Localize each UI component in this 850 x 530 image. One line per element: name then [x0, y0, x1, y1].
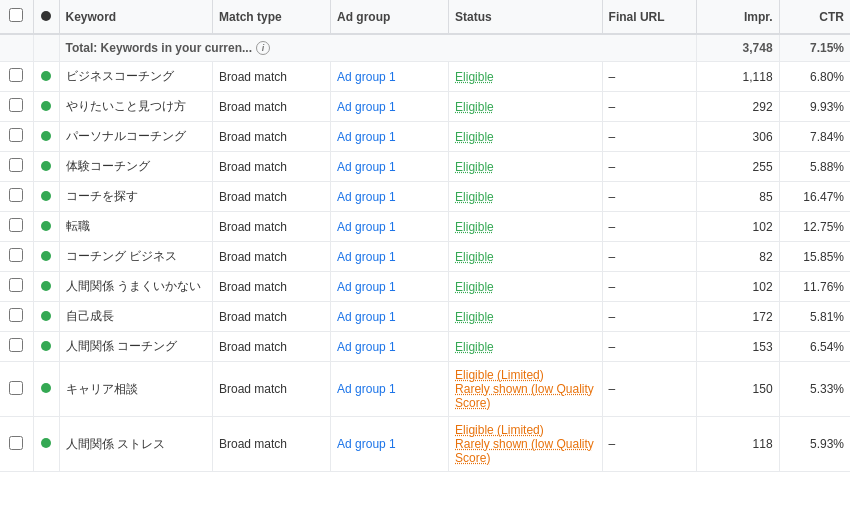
status-dot-icon — [41, 383, 51, 393]
status-column-header[interactable]: Status — [449, 0, 602, 34]
row-checkbox[interactable] — [9, 248, 23, 262]
ad-group-cell[interactable]: Ad group 1 — [331, 152, 449, 182]
impr-cell: 292 — [696, 92, 779, 122]
ad-group-cell[interactable]: Ad group 1 — [331, 92, 449, 122]
ctr-cell: 7.84% — [779, 122, 850, 152]
impr-cell: 102 — [696, 272, 779, 302]
row-checkbox-cell — [0, 122, 33, 152]
select-all-header[interactable] — [0, 0, 33, 34]
final-url-cell: – — [602, 272, 696, 302]
ad-group-cell[interactable]: Ad group 1 — [331, 362, 449, 417]
impr-cell: 118 — [696, 417, 779, 472]
ad-group-link[interactable]: Ad group 1 — [337, 100, 396, 114]
ctr-cell: 12.75% — [779, 212, 850, 242]
ad-group-link[interactable]: Ad group 1 — [337, 310, 396, 324]
ctr-cell: 15.85% — [779, 242, 850, 272]
status-dot-icon — [41, 131, 51, 141]
row-status-dot-cell — [33, 362, 59, 417]
ad-group-link[interactable]: Ad group 1 — [337, 340, 396, 354]
row-status-dot-cell — [33, 92, 59, 122]
keyword-cell: ビジネスコーチング — [59, 62, 212, 92]
ad-group-link[interactable]: Ad group 1 — [337, 280, 396, 294]
status-dot-icon — [41, 281, 51, 291]
table-row: 転職Broad matchAd group 1Eligible–10212.75… — [0, 212, 850, 242]
table-row: 人間関係 ストレスBroad matchAd group 1Eligible (… — [0, 417, 850, 472]
row-checkbox[interactable] — [9, 68, 23, 82]
row-checkbox[interactable] — [9, 308, 23, 322]
status-eligible-label: Eligible — [455, 280, 494, 294]
select-all-checkbox[interactable] — [9, 8, 23, 22]
ad-group-cell[interactable]: Ad group 1 — [331, 242, 449, 272]
table-row: パーソナルコーチングBroad matchAd group 1Eligible–… — [0, 122, 850, 152]
ad-group-link[interactable]: Ad group 1 — [337, 70, 396, 84]
ad-group-column-header[interactable]: Ad group — [331, 0, 449, 34]
status-eligible-label: Eligible — [455, 130, 494, 144]
final-url-cell: – — [602, 152, 696, 182]
table-row: コーチを探すBroad matchAd group 1Eligible–8516… — [0, 182, 850, 212]
ad-group-cell[interactable]: Ad group 1 — [331, 212, 449, 242]
row-checkbox[interactable] — [9, 278, 23, 292]
row-status-dot-cell — [33, 302, 59, 332]
status-cell: Eligible (Limited)Rarely shown (low Qual… — [449, 362, 602, 417]
ad-group-link[interactable]: Ad group 1 — [337, 382, 396, 396]
help-icon[interactable]: i — [256, 41, 270, 55]
ad-group-link[interactable]: Ad group 1 — [337, 437, 396, 451]
status-eligible-label: Eligible — [455, 100, 494, 114]
match-type-cell: Broad match — [212, 212, 330, 242]
status-eligible-label: Eligible — [455, 190, 494, 204]
row-checkbox-cell — [0, 182, 33, 212]
total-row: Total: Keywords in your curren... i 3,74… — [0, 34, 850, 62]
ad-group-cell[interactable]: Ad group 1 — [331, 182, 449, 212]
status-eligible-label: Eligible — [455, 310, 494, 324]
status-cell: Eligible — [449, 212, 602, 242]
ad-group-cell[interactable]: Ad group 1 — [331, 417, 449, 472]
row-checkbox[interactable] — [9, 338, 23, 352]
ad-group-link[interactable]: Ad group 1 — [337, 250, 396, 264]
row-checkbox[interactable] — [9, 218, 23, 232]
ad-group-cell[interactable]: Ad group 1 — [331, 122, 449, 152]
status-dot-icon — [41, 341, 51, 351]
row-checkbox[interactable] — [9, 98, 23, 112]
impr-cell: 85 — [696, 182, 779, 212]
row-checkbox[interactable] — [9, 128, 23, 142]
row-checkbox[interactable] — [9, 188, 23, 202]
status-cell: Eligible — [449, 242, 602, 272]
table-row: 人間関係 コーチングBroad matchAd group 1Eligible–… — [0, 332, 850, 362]
row-checkbox[interactable] — [9, 158, 23, 172]
ad-group-cell[interactable]: Ad group 1 — [331, 272, 449, 302]
ad-group-link[interactable]: Ad group 1 — [337, 190, 396, 204]
keyword-cell: 人間関係 ストレス — [59, 417, 212, 472]
status-cell: Eligible — [449, 62, 602, 92]
table-row: コーチング ビジネスBroad matchAd group 1Eligible–… — [0, 242, 850, 272]
final-url-cell: – — [602, 302, 696, 332]
match-type-column-header[interactable]: Match type — [212, 0, 330, 34]
impr-cell: 255 — [696, 152, 779, 182]
status-dot-icon — [41, 101, 51, 111]
impr-cell: 82 — [696, 242, 779, 272]
ctr-column-header[interactable]: CTR — [779, 0, 850, 34]
ad-group-cell[interactable]: Ad group 1 — [331, 332, 449, 362]
final-url-column-header[interactable]: Final URL — [602, 0, 696, 34]
match-type-cell: Broad match — [212, 182, 330, 212]
row-checkbox[interactable] — [9, 381, 23, 395]
ctr-cell: 9.93% — [779, 92, 850, 122]
table-row: 体験コーチングBroad matchAd group 1Eligible–255… — [0, 152, 850, 182]
row-status-dot-cell — [33, 332, 59, 362]
ad-group-link[interactable]: Ad group 1 — [337, 130, 396, 144]
ctr-cell: 6.80% — [779, 62, 850, 92]
ctr-cell: 5.88% — [779, 152, 850, 182]
keyword-column-header[interactable]: Keyword — [59, 0, 212, 34]
row-checkbox[interactable] — [9, 436, 23, 450]
status-dot-header — [33, 0, 59, 34]
ad-group-link[interactable]: Ad group 1 — [337, 220, 396, 234]
final-url-cell: – — [602, 417, 696, 472]
ad-group-cell[interactable]: Ad group 1 — [331, 302, 449, 332]
impr-cell: 172 — [696, 302, 779, 332]
status-rarely-label: Rarely shown (low Quality Score) — [455, 437, 595, 465]
final-url-cell: – — [602, 332, 696, 362]
ad-group-cell[interactable]: Ad group 1 — [331, 62, 449, 92]
keyword-cell: 人間関係 うまくいかない — [59, 272, 212, 302]
impr-column-header[interactable]: Impr. — [696, 0, 779, 34]
ad-group-link[interactable]: Ad group 1 — [337, 160, 396, 174]
match-type-cell: Broad match — [212, 362, 330, 417]
